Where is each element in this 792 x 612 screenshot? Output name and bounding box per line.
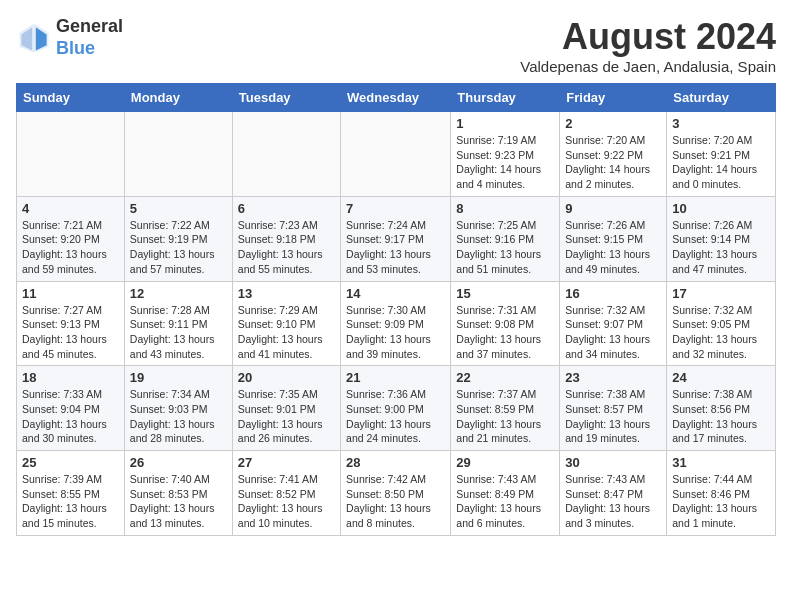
day-number: 11 — [22, 286, 119, 301]
day-info: Sunrise: 7:44 AM Sunset: 8:46 PM Dayligh… — [672, 472, 770, 531]
calendar-cell: 8Sunrise: 7:25 AM Sunset: 9:16 PM Daylig… — [451, 196, 560, 281]
day-info: Sunrise: 7:25 AM Sunset: 9:16 PM Dayligh… — [456, 218, 554, 277]
day-number: 27 — [238, 455, 335, 470]
logo-icon — [16, 20, 52, 56]
day-info: Sunrise: 7:33 AM Sunset: 9:04 PM Dayligh… — [22, 387, 119, 446]
day-info: Sunrise: 7:43 AM Sunset: 8:47 PM Dayligh… — [565, 472, 661, 531]
day-info: Sunrise: 7:37 AM Sunset: 8:59 PM Dayligh… — [456, 387, 554, 446]
calendar-cell: 13Sunrise: 7:29 AM Sunset: 9:10 PM Dayli… — [232, 281, 340, 366]
calendar-cell: 4Sunrise: 7:21 AM Sunset: 9:20 PM Daylig… — [17, 196, 125, 281]
title-block: August 2024 Valdepenas de Jaen, Andalusi… — [520, 16, 776, 75]
calendar-cell: 27Sunrise: 7:41 AM Sunset: 8:52 PM Dayli… — [232, 451, 340, 536]
weekday-header-saturday: Saturday — [667, 84, 776, 112]
day-info: Sunrise: 7:32 AM Sunset: 9:05 PM Dayligh… — [672, 303, 770, 362]
logo: General Blue — [16, 16, 123, 59]
day-info: Sunrise: 7:38 AM Sunset: 8:57 PM Dayligh… — [565, 387, 661, 446]
weekday-header-tuesday: Tuesday — [232, 84, 340, 112]
day-info: Sunrise: 7:42 AM Sunset: 8:50 PM Dayligh… — [346, 472, 445, 531]
day-number: 1 — [456, 116, 554, 131]
day-number: 22 — [456, 370, 554, 385]
day-info: Sunrise: 7:27 AM Sunset: 9:13 PM Dayligh… — [22, 303, 119, 362]
day-number: 13 — [238, 286, 335, 301]
day-number: 20 — [238, 370, 335, 385]
day-number: 17 — [672, 286, 770, 301]
weekday-header-monday: Monday — [124, 84, 232, 112]
calendar-cell — [341, 112, 451, 197]
weekday-header-row: SundayMondayTuesdayWednesdayThursdayFrid… — [17, 84, 776, 112]
day-info: Sunrise: 7:30 AM Sunset: 9:09 PM Dayligh… — [346, 303, 445, 362]
day-info: Sunrise: 7:32 AM Sunset: 9:07 PM Dayligh… — [565, 303, 661, 362]
calendar-table: SundayMondayTuesdayWednesdayThursdayFrid… — [16, 83, 776, 536]
calendar-cell: 30Sunrise: 7:43 AM Sunset: 8:47 PM Dayli… — [560, 451, 667, 536]
week-row-1: 1Sunrise: 7:19 AM Sunset: 9:23 PM Daylig… — [17, 112, 776, 197]
day-info: Sunrise: 7:38 AM Sunset: 8:56 PM Dayligh… — [672, 387, 770, 446]
day-info: Sunrise: 7:26 AM Sunset: 9:14 PM Dayligh… — [672, 218, 770, 277]
week-row-2: 4Sunrise: 7:21 AM Sunset: 9:20 PM Daylig… — [17, 196, 776, 281]
page-header: General Blue August 2024 Valdepenas de J… — [16, 16, 776, 75]
calendar-cell: 15Sunrise: 7:31 AM Sunset: 9:08 PM Dayli… — [451, 281, 560, 366]
day-number: 19 — [130, 370, 227, 385]
day-info: Sunrise: 7:36 AM Sunset: 9:00 PM Dayligh… — [346, 387, 445, 446]
calendar-cell: 26Sunrise: 7:40 AM Sunset: 8:53 PM Dayli… — [124, 451, 232, 536]
day-number: 4 — [22, 201, 119, 216]
day-info: Sunrise: 7:26 AM Sunset: 9:15 PM Dayligh… — [565, 218, 661, 277]
day-number: 30 — [565, 455, 661, 470]
day-info: Sunrise: 7:19 AM Sunset: 9:23 PM Dayligh… — [456, 133, 554, 192]
calendar-cell — [124, 112, 232, 197]
calendar-cell: 14Sunrise: 7:30 AM Sunset: 9:09 PM Dayli… — [341, 281, 451, 366]
calendar-cell: 31Sunrise: 7:44 AM Sunset: 8:46 PM Dayli… — [667, 451, 776, 536]
day-number: 9 — [565, 201, 661, 216]
day-number: 15 — [456, 286, 554, 301]
day-number: 7 — [346, 201, 445, 216]
calendar-cell: 21Sunrise: 7:36 AM Sunset: 9:00 PM Dayli… — [341, 366, 451, 451]
weekday-header-sunday: Sunday — [17, 84, 125, 112]
week-row-5: 25Sunrise: 7:39 AM Sunset: 8:55 PM Dayli… — [17, 451, 776, 536]
day-info: Sunrise: 7:28 AM Sunset: 9:11 PM Dayligh… — [130, 303, 227, 362]
calendar-cell — [17, 112, 125, 197]
day-number: 25 — [22, 455, 119, 470]
day-number: 8 — [456, 201, 554, 216]
week-row-4: 18Sunrise: 7:33 AM Sunset: 9:04 PM Dayli… — [17, 366, 776, 451]
day-info: Sunrise: 7:20 AM Sunset: 9:21 PM Dayligh… — [672, 133, 770, 192]
day-info: Sunrise: 7:24 AM Sunset: 9:17 PM Dayligh… — [346, 218, 445, 277]
calendar-cell: 1Sunrise: 7:19 AM Sunset: 9:23 PM Daylig… — [451, 112, 560, 197]
week-row-3: 11Sunrise: 7:27 AM Sunset: 9:13 PM Dayli… — [17, 281, 776, 366]
weekday-header-wednesday: Wednesday — [341, 84, 451, 112]
day-number: 21 — [346, 370, 445, 385]
calendar-cell: 22Sunrise: 7:37 AM Sunset: 8:59 PM Dayli… — [451, 366, 560, 451]
calendar-cell: 5Sunrise: 7:22 AM Sunset: 9:19 PM Daylig… — [124, 196, 232, 281]
calendar-cell: 16Sunrise: 7:32 AM Sunset: 9:07 PM Dayli… — [560, 281, 667, 366]
day-info: Sunrise: 7:41 AM Sunset: 8:52 PM Dayligh… — [238, 472, 335, 531]
day-info: Sunrise: 7:29 AM Sunset: 9:10 PM Dayligh… — [238, 303, 335, 362]
calendar-cell: 25Sunrise: 7:39 AM Sunset: 8:55 PM Dayli… — [17, 451, 125, 536]
day-number: 24 — [672, 370, 770, 385]
day-info: Sunrise: 7:34 AM Sunset: 9:03 PM Dayligh… — [130, 387, 227, 446]
day-number: 26 — [130, 455, 227, 470]
day-number: 31 — [672, 455, 770, 470]
day-number: 14 — [346, 286, 445, 301]
calendar-cell: 10Sunrise: 7:26 AM Sunset: 9:14 PM Dayli… — [667, 196, 776, 281]
day-info: Sunrise: 7:22 AM Sunset: 9:19 PM Dayligh… — [130, 218, 227, 277]
day-info: Sunrise: 7:43 AM Sunset: 8:49 PM Dayligh… — [456, 472, 554, 531]
day-number: 5 — [130, 201, 227, 216]
day-number: 12 — [130, 286, 227, 301]
calendar-cell: 3Sunrise: 7:20 AM Sunset: 9:21 PM Daylig… — [667, 112, 776, 197]
day-number: 10 — [672, 201, 770, 216]
logo-text: General Blue — [56, 16, 123, 59]
calendar-cell: 9Sunrise: 7:26 AM Sunset: 9:15 PM Daylig… — [560, 196, 667, 281]
day-number: 3 — [672, 116, 770, 131]
calendar-cell: 29Sunrise: 7:43 AM Sunset: 8:49 PM Dayli… — [451, 451, 560, 536]
calendar-cell: 23Sunrise: 7:38 AM Sunset: 8:57 PM Dayli… — [560, 366, 667, 451]
day-number: 18 — [22, 370, 119, 385]
weekday-header-thursday: Thursday — [451, 84, 560, 112]
calendar-cell: 2Sunrise: 7:20 AM Sunset: 9:22 PM Daylig… — [560, 112, 667, 197]
calendar-cell: 12Sunrise: 7:28 AM Sunset: 9:11 PM Dayli… — [124, 281, 232, 366]
location: Valdepenas de Jaen, Andalusia, Spain — [520, 58, 776, 75]
day-number: 16 — [565, 286, 661, 301]
day-number: 28 — [346, 455, 445, 470]
weekday-header-friday: Friday — [560, 84, 667, 112]
day-info: Sunrise: 7:23 AM Sunset: 9:18 PM Dayligh… — [238, 218, 335, 277]
day-number: 2 — [565, 116, 661, 131]
calendar-cell: 17Sunrise: 7:32 AM Sunset: 9:05 PM Dayli… — [667, 281, 776, 366]
day-number: 6 — [238, 201, 335, 216]
